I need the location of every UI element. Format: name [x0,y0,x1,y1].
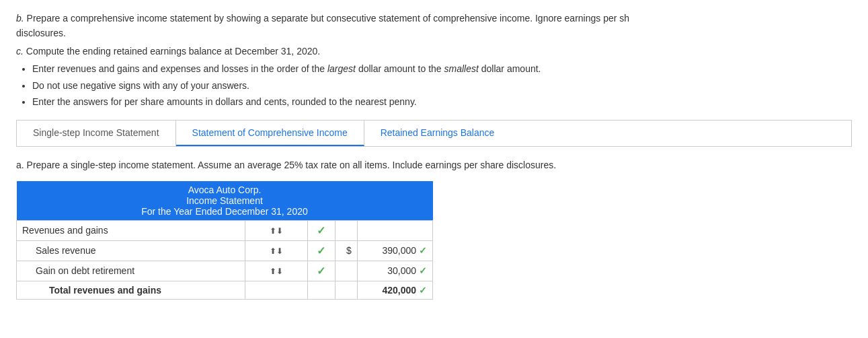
row-dollar-total [335,281,357,299]
row-label-gain: Gain on debt retirement [17,261,245,281]
row-dollar-gain [335,261,357,281]
instruction-c: c. Compute the ending retained earnings … [16,44,852,59]
row-check-gain: ✓ [308,261,335,281]
row-label-revenues: Revenues and gains [17,220,245,240]
table-row: Revenues and gains ⬆⬇ ✓ [17,220,433,240]
row-check-total [308,281,335,299]
page-container: b. Prepare a comprehensive income statem… [0,0,868,310]
table-row-total: Total revenues and gains 420,000 ✓ [17,281,433,299]
bullet-2: Do not use negative signs with any of yo… [32,78,852,93]
tab-single-step[interactable]: Single-step Income Statement [17,121,176,146]
instructions-block: b. Prepare a comprehensive income statem… [16,11,852,109]
row-sort-controls-sales[interactable]: ⬆⬇ [245,240,308,261]
row-label-total: Total revenues and gains [17,281,245,299]
financial-table-wrapper: Avoca Auto Corp. Income Statement For th… [16,181,433,300]
sort-arrows[interactable]: ⬆⬇ [270,226,283,236]
row-check-sales: ✓ [308,240,335,261]
row-sort-controls-revenues[interactable]: ⬆⬇ [245,220,308,240]
bullet-3: Enter the answers for per share amounts … [32,94,852,109]
value-check-sales: ✓ [419,245,427,256]
bullet-1: Enter revenues and gains and expenses an… [32,61,852,76]
tabs-bar: Single-step Income Statement Statement o… [16,120,852,147]
row-dollar-revenues [335,220,357,240]
row-value-sales: 390,000 ✓ [357,240,432,261]
row-dollar-sales: $ [335,240,357,261]
statement-period: For the Year Ended December 31, 2020 [19,206,430,217]
bullet-list: Enter revenues and gains and expenses an… [32,61,852,109]
table-row: Sales revenue ⬆⬇ ✓ $ 390,000 ✓ [17,240,433,261]
row-value-gain: 30,000 ✓ [357,261,432,281]
tab-comprehensive[interactable]: Statement of Comprehensive Income [176,121,364,146]
row-label-sales: Sales revenue [17,240,245,261]
income-statement-table: Avoca Auto Corp. Income Statement For th… [16,181,433,300]
row-controls-total [245,281,308,299]
sort-arrows[interactable]: ⬆⬇ [270,246,283,256]
row-check-revenues: ✓ [308,220,335,240]
row-value-revenues [357,220,432,240]
section-a-instruction: a. Prepare a single-step income statemen… [16,158,852,172]
value-check-gain: ✓ [419,265,427,276]
tab-retained-earnings[interactable]: Retained Earnings Balance [364,121,511,146]
table-row: Gain on debt retirement ⬆⬇ ✓ 30,000 ✓ [17,261,433,281]
statement-title: Income Statement [19,195,430,206]
row-value-total: 420,000 ✓ [357,281,432,299]
table-company-header: Avoca Auto Corp. Income Statement For th… [17,181,433,221]
value-check-total: ✓ [419,285,427,296]
row-sort-controls-gain[interactable]: ⬆⬇ [245,261,308,281]
company-name: Avoca Auto Corp. [19,184,430,195]
instruction-b: b. Prepare a comprehensive income statem… [16,11,852,41]
sort-arrows[interactable]: ⬆⬇ [270,267,283,276]
